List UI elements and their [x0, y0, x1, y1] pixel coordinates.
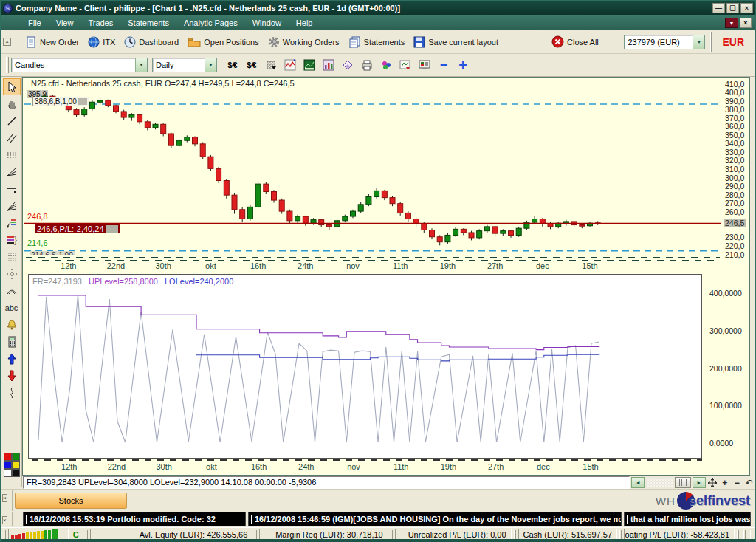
close-all-button[interactable]: Close All — [547, 33, 603, 50]
ticker-message[interactable]: 16/12/2008 15:53:19 Portfolio modified. … — [23, 512, 246, 526]
chart-template-icon[interactable] — [301, 58, 317, 72]
crosshair-tool-icon[interactable] — [3, 265, 21, 282]
chevron-down-icon[interactable]: ▼ — [205, 58, 216, 72]
itx-button[interactable]: ITX — [83, 34, 120, 50]
chart-type-select[interactable]: Candles ▼ — [11, 58, 148, 72]
menubar-dropdown-button[interactable]: ▼ — [725, 18, 738, 28]
scrollbar-track[interactable] — [646, 478, 673, 487]
freehand-tool-icon[interactable] — [3, 384, 21, 401]
print-icon[interactable] — [359, 58, 375, 72]
close-button[interactable]: × — [740, 3, 753, 13]
indicator-chart-panel[interactable]: FR=247,3193 UPLevel=258,8000 LOLevel=240… — [28, 274, 702, 459]
x-axis-tick-label: 24th — [290, 462, 323, 471]
period-select[interactable]: Daily ▼ — [152, 58, 217, 72]
y-axis-tick-label: 360,0 — [725, 122, 744, 131]
price-scale-icon[interactable]: $⁄€ — [224, 58, 241, 72]
svg-text:}: } — [14, 235, 17, 245]
menubar-close-button[interactable]: × — [740, 18, 752, 28]
retracement-tool-icon[interactable]: } — [3, 231, 21, 248]
menu-analytic-pages[interactable]: Analytic Pages — [178, 17, 244, 29]
working-orders-button[interactable]: Working Orders — [264, 34, 344, 50]
menu-help[interactable]: Help — [290, 17, 319, 29]
hand-tool-icon[interactable] — [3, 95, 21, 112]
menu-statements[interactable]: Statements — [122, 17, 175, 29]
chevron-down-icon[interactable]: ▼ — [135, 58, 147, 72]
minimize-button[interactable]: — — [712, 3, 725, 13]
color-yellow[interactable] — [12, 461, 20, 469]
buy-order-label[interactable]: 386,6,B,1,00 — [32, 97, 89, 106]
menu-view[interactable]: View — [50, 17, 80, 29]
menu-trades[interactable]: Trades — [82, 17, 119, 29]
sell-arrow-tool-icon[interactable] — [3, 367, 21, 384]
y-axis-tick-label: 410,0 — [725, 80, 744, 89]
color-green[interactable] — [12, 453, 20, 461]
trendline-tool-icon[interactable] — [3, 112, 21, 129]
parallel-lines-tool-icon[interactable] — [3, 129, 21, 146]
zoom-in-small-icon[interactable]: + — [719, 477, 730, 488]
eraser-icon[interactable] — [340, 58, 356, 72]
grid-settings-icon[interactable] — [263, 58, 279, 72]
dotted-lines-tool-icon[interactable] — [3, 146, 21, 163]
account-select[interactable]: 237979 (EUR) ▼ — [624, 35, 705, 49]
fan-lines-tool-icon[interactable] — [3, 163, 21, 180]
vertical-grid-tool-icon[interactable] — [3, 248, 21, 265]
y-axis-tick-label: 280,0 — [725, 191, 744, 199]
color-blue[interactable] — [4, 461, 12, 469]
text-tool-icon[interactable]: abc — [3, 299, 21, 316]
toolbar-grip[interactable] — [16, 34, 18, 50]
pan-icon[interactable] — [707, 477, 718, 488]
speed-lines-tool-icon[interactable] — [3, 197, 21, 214]
restore-button[interactable]: ❏ — [726, 3, 739, 13]
arcs-tool-icon[interactable] — [3, 282, 21, 299]
export-chart-icon[interactable] — [397, 58, 413, 72]
y-axis-tick-label: 290,0 — [725, 182, 744, 191]
color-red[interactable] — [4, 453, 12, 461]
menu-window[interactable]: Window — [247, 17, 287, 29]
sell-order-label[interactable]: 214,6,S,1,00 — [30, 251, 75, 255]
pitchfork-tool-icon[interactable] — [3, 214, 21, 231]
color-palette[interactable] — [4, 453, 20, 477]
scroll-right-button[interactable]: ► — [693, 477, 706, 488]
ticker-message[interactable]: 16/12/2008 15:46:59 (IGM)[JOBS AND HOUSI… — [248, 512, 622, 526]
price-scale-alt-icon[interactable]: $⁄€ — [244, 58, 260, 72]
dashboard-button[interactable]: Dashboard — [120, 34, 183, 50]
toolbar-close-icon[interactable]: × — [3, 38, 11, 46]
alarm-tool-icon[interactable] — [3, 316, 21, 333]
calculator-tool-icon[interactable] — [3, 333, 21, 350]
open-positions-button[interactable]: Open Positions — [183, 34, 264, 50]
ticker-message[interactable]: that a half million lost jobs was... — [624, 512, 751, 526]
y-axis-tick-label: 350,0 — [725, 131, 744, 140]
undo-zoom-icon[interactable]: ↶ — [743, 477, 755, 488]
paint-icon[interactable] — [378, 58, 394, 72]
scrollbar-handle[interactable] — [675, 477, 691, 488]
save-layout-button[interactable]: Save current layout — [409, 34, 503, 50]
x-axis-tick-label: 22nd — [100, 261, 132, 270]
new-order-button[interactable]: New Order — [21, 34, 83, 50]
chevron-down-icon[interactable]: ▼ — [693, 35, 704, 49]
indicators-icon[interactable] — [282, 58, 298, 72]
chart-status-strip: FR=309,2843 UPLevel=304,8000 LOLevel=232… — [1, 476, 755, 489]
tab-stocks[interactable]: Stocks — [15, 493, 127, 509]
position-pl-label[interactable]: 246,6,P/L:-2,40,24 — [35, 224, 120, 233]
gear-icon — [268, 36, 280, 48]
menu-file[interactable]: File — [22, 17, 47, 29]
chart-settings-icon[interactable] — [416, 58, 433, 72]
indicator-chart[interactable] — [29, 275, 701, 458]
horizontal-line-tool-icon[interactable] — [3, 180, 21, 197]
chart-panel[interactable]: 395,9 .N25.cfd - Netherlands 25 cash, EU… — [22, 77, 750, 476]
buy-arrow-tool-icon[interactable] — [3, 350, 21, 367]
volume-chart-icon[interactable] — [320, 58, 337, 72]
candlestick-chart[interactable] — [23, 78, 722, 262]
y-axis-tick-label: 100,0000 — [709, 401, 742, 410]
zoom-out-small-icon[interactable]: − — [732, 477, 743, 488]
indicator-header: FR=247,3193 UPLevel=258,8000 LOLevel=240… — [32, 277, 233, 286]
ticker-close-icon[interactable]: × — [2, 516, 7, 524]
tab-row-close-icon[interactable]: × — [2, 494, 7, 502]
pointer-tool-icon[interactable] — [3, 78, 21, 95]
chart-toolbar-grip[interactable] — [6, 57, 9, 73]
statements-button[interactable]: Statements — [344, 34, 410, 50]
zoom-out-icon[interactable]: − — [436, 58, 452, 72]
scroll-left-button[interactable]: ◄ — [631, 477, 645, 488]
zoom-in-icon[interactable]: + — [455, 58, 471, 72]
y-axis-tick-label: 300,0000 — [709, 326, 742, 335]
